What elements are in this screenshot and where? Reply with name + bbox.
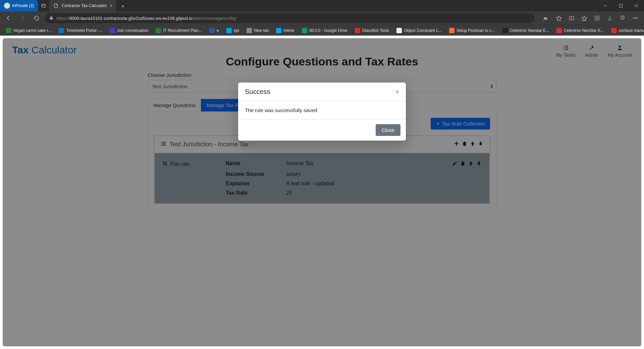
svg-point-20 <box>637 18 637 18</box>
toolbar-right: A⁊ <box>540 12 641 24</box>
bookmark-label: New tab <box>254 28 269 33</box>
collections-icon[interactable] <box>591 12 603 24</box>
bookmark-favicon <box>156 28 161 33</box>
lock-icon <box>49 15 54 21</box>
browser-titlebar: InPrivate (2) Contractor Tax Calculator … <box>0 0 644 11</box>
bookmark-label: Join conversation <box>117 28 148 33</box>
svg-text:A⁊: A⁊ <box>544 17 547 20</box>
modal-footer: Close <box>238 119 406 141</box>
bookmark-favicon <box>209 28 215 33</box>
viewport: Tax Calculator My Tasks Admin My Account… <box>0 36 644 349</box>
maximize-button[interactable] <box>613 0 629 11</box>
bookmark-label: epl <box>234 28 239 33</box>
bookmark-label: Setup Postman to c... <box>457 28 495 33</box>
bookmark-favicon <box>396 28 402 33</box>
bookmark-favicon <box>226 28 232 33</box>
browser-tab[interactable]: Contractor Tax Calculator × <box>49 0 116 11</box>
avatar <box>4 3 10 9</box>
modal-close-icon[interactable]: × <box>395 88 399 96</box>
downloads-icon[interactable] <box>604 12 616 24</box>
svg-marker-11 <box>582 16 587 20</box>
page-icon <box>53 3 59 8</box>
bookmark-label: 08.0.0 - Google Drive <box>309 28 347 33</box>
tab-title: Contractor Tax Calculator <box>61 3 107 8</box>
bookmark-label: Glassfish Tools <box>362 28 389 33</box>
bookmark-item[interactable]: Celestron Nexstar E... <box>499 26 552 35</box>
bookmark-favicon <box>556 28 562 33</box>
bookmark-favicon <box>59 28 64 33</box>
bookmark-item[interactable]: 08.0.0 - Google Drive <box>299 26 351 35</box>
bookmark-item[interactable]: Timesheet Portal -... <box>55 26 106 35</box>
bookmark-label: Celestron NexStar E... <box>564 28 604 33</box>
minimize-button[interactable] <box>598 0 613 11</box>
app-frame: Tax Calculator My Tasks Admin My Account… <box>3 38 641 346</box>
bookmark-favicon <box>355 28 360 33</box>
bookmark-item[interactable]: Intime <box>273 26 298 35</box>
forward-button[interactable] <box>17 12 28 24</box>
bookmark-item[interactable]: epl <box>223 26 243 35</box>
bookmark-label: sunface manual <box>619 28 644 33</box>
bookmark-item[interactable]: e <box>206 26 222 35</box>
modal-title: Success <box>245 88 270 96</box>
bookmark-favicon <box>302 28 307 33</box>
new-tab-button[interactable]: + <box>118 1 128 11</box>
modal-body: The rule was successfully saved. <box>238 101 406 119</box>
inprivate-label: InPrivate (2) <box>12 3 34 8</box>
url-text: https://8000-laura10101-contractorta-g5o… <box>56 16 236 21</box>
close-window-button[interactable] <box>629 0 644 11</box>
back-button[interactable] <box>3 12 14 24</box>
bookmark-item[interactable]: New tab <box>243 26 272 35</box>
svg-point-18 <box>633 18 634 18</box>
bookmark-favicon <box>276 28 281 33</box>
bookmark-label: Vegan carrot cake r... <box>13 28 51 33</box>
tabstrip: Contractor Tax Calculator × + <box>49 0 598 11</box>
bookmark-item[interactable]: Vegan carrot cake r... <box>3 26 55 35</box>
modal-close-button[interactable]: Close <box>376 124 400 136</box>
svg-rect-6 <box>50 17 53 19</box>
bookmark-item[interactable]: sunface manual <box>608 26 644 35</box>
window-buttons <box>598 0 644 11</box>
bookmark-label: e <box>217 28 219 33</box>
tab-actions-icon[interactable] <box>38 0 49 11</box>
bookmark-favicon <box>502 28 508 33</box>
refresh-button[interactable] <box>31 12 42 24</box>
bookmark-label: Intime <box>283 28 294 33</box>
split-screen-icon[interactable] <box>566 12 578 24</box>
bookmark-bar: Vegan carrot cake r...Timesheet Portal -… <box>0 25 644 36</box>
svg-marker-8 <box>556 16 561 20</box>
bookmark-favicon <box>449 28 454 33</box>
success-modal: Success × The rule was successfully save… <box>238 83 406 141</box>
bookmark-label: Timesheet Portal -... <box>66 28 102 33</box>
svg-point-19 <box>635 18 636 18</box>
extensions-icon[interactable] <box>616 12 629 24</box>
address-bar: https://8000-laura10101-contractorta-g5o… <box>0 11 644 25</box>
bookmark-favicon <box>110 28 115 33</box>
bookmark-favicon <box>6 28 11 33</box>
bookmark-item[interactable]: IT Recruitment Plan... <box>152 26 205 35</box>
svg-rect-3 <box>620 4 623 7</box>
tab-close-icon[interactable]: × <box>110 3 112 8</box>
bookmark-label: IT Recruitment Plan... <box>163 28 202 33</box>
url-field[interactable]: https://8000-laura10101-contractorta-g5o… <box>45 13 535 23</box>
more-icon[interactable] <box>629 12 641 24</box>
bookmark-item[interactable]: Setup Postman to c... <box>446 26 498 35</box>
bookmark-favicon <box>611 28 616 33</box>
read-aloud-icon[interactable]: A⁊ <box>540 12 552 24</box>
bookmark-item[interactable]: Celestron NexStar E... <box>553 26 607 35</box>
favorite-icon[interactable] <box>553 12 565 24</box>
modal-header: Success × <box>238 83 406 101</box>
inprivate-indicator[interactable]: InPrivate (2) <box>0 0 38 11</box>
bookmark-label: Celestron Nexstar E... <box>510 28 549 33</box>
bookmark-item[interactable]: Glassfish Tools <box>352 26 392 35</box>
svg-rect-0 <box>42 4 46 7</box>
bookmark-item[interactable]: Join conversation <box>106 26 152 35</box>
bookmark-item[interactable]: Object Constraint L... <box>393 26 445 35</box>
favorites-list-icon[interactable] <box>578 12 590 24</box>
bookmark-favicon <box>247 28 252 33</box>
bookmark-label: Object Constraint L... <box>404 28 442 33</box>
